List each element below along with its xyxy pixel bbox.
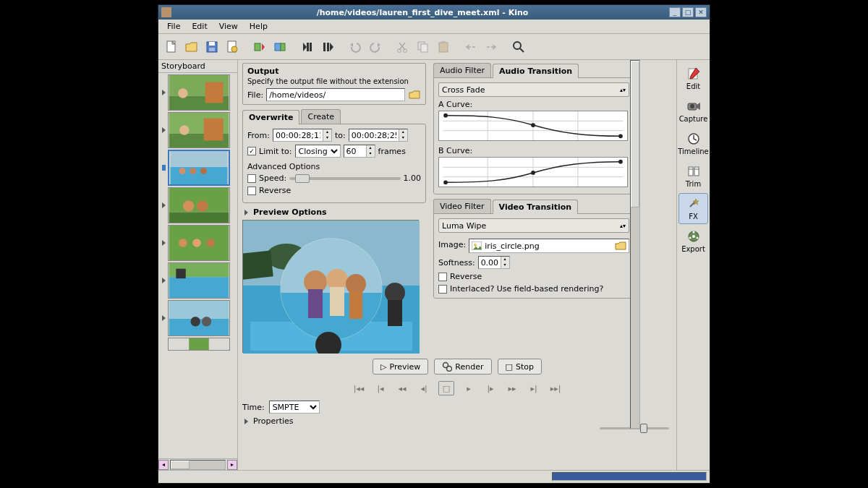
disclosure-icon: [244, 419, 248, 424]
next-clip-button[interactable]: ▸|: [527, 382, 541, 395]
minimize-button[interactable]: _: [669, 7, 681, 17]
menu-help[interactable]: Help: [245, 20, 272, 33]
cut-button[interactable]: [394, 38, 412, 56]
join-right-button[interactable]: [482, 38, 500, 56]
prev-clip-button[interactable]: |◂: [373, 382, 388, 395]
maximize-button[interactable]: □: [682, 7, 694, 17]
reverse-checkbox[interactable]: Reverse: [247, 186, 291, 195]
preview-options-toggle[interactable]: Preview Options: [242, 207, 426, 217]
storyboard-thumb-selected[interactable]: [168, 150, 230, 186]
speed-checkbox[interactable]: Speed:: [247, 174, 286, 183]
storyboard-thumb[interactable]: [168, 74, 230, 111]
to-spinner[interactable]: ▴▾: [349, 129, 408, 142]
rewind-button[interactable]: ◂◂: [395, 382, 409, 395]
zoom-button[interactable]: [510, 38, 527, 56]
center-panel: Output Specify the output file without t…: [238, 60, 676, 470]
disclosure-icon[interactable]: [162, 240, 166, 246]
center-vscrollbar[interactable]: [630, 60, 640, 429]
goto-start-button[interactable]: |◂◂: [352, 382, 366, 395]
storyboard-panel: Storyboard: [158, 60, 238, 470]
insert-after-button[interactable]: [271, 38, 289, 56]
copy-button[interactable]: [414, 38, 432, 56]
mode-capture[interactable]: Capture: [678, 95, 708, 127]
goto-end-button[interactable]: ▸▸|: [548, 382, 563, 395]
toolbar: [158, 34, 710, 60]
limit-frames-spinner[interactable]: ▴▾: [344, 145, 375, 158]
storyboard-thumb[interactable]: [168, 187, 230, 223]
video-reverse-checkbox[interactable]: Reverse: [438, 272, 482, 281]
step-back-button[interactable]: ◂|: [417, 382, 431, 395]
disclosure-icon[interactable]: [162, 90, 166, 95]
from-spinner[interactable]: ▴▾: [273, 129, 332, 142]
svg-rect-6: [255, 43, 260, 51]
open-button[interactable]: [183, 38, 200, 56]
insert-before-button[interactable]: [251, 38, 268, 56]
close-button[interactable]: ✕: [695, 7, 707, 17]
save-button[interactable]: [203, 38, 221, 56]
audio-effect-combo[interactable]: Cross Fade▴▾: [438, 82, 629, 97]
render-button[interactable]: Render: [434, 359, 491, 374]
menu-file[interactable]: File: [163, 20, 184, 33]
speed-slider[interactable]: [289, 177, 400, 180]
storyboard-hscrollbar[interactable]: ◂▸: [158, 458, 237, 470]
mode-fx[interactable]: FX: [678, 193, 708, 224]
tab-create[interactable]: Create: [301, 109, 341, 124]
paste-button[interactable]: [435, 38, 452, 56]
softness-spinner[interactable]: ▴▾: [478, 256, 510, 269]
a-curve[interactable]: [438, 111, 628, 141]
mode-timeline[interactable]: Timeline: [678, 128, 708, 159]
storyboard-thumb[interactable]: [168, 300, 230, 336]
disclosure-icon[interactable]: [162, 278, 166, 283]
audio-filter-tab[interactable]: Audio Filter: [433, 63, 491, 77]
svg-point-81: [531, 171, 535, 175]
split-button[interactable]: [319, 38, 336, 56]
disclosure-icon[interactable]: [162, 315, 166, 321]
append-button[interactable]: [299, 38, 316, 56]
audio-transition-tab[interactable]: Audio Transition: [493, 64, 579, 78]
menubar: File Edit View Help: [158, 20, 710, 34]
step-fwd-button[interactable]: |▸: [483, 382, 498, 395]
menu-edit[interactable]: Edit: [187, 20, 211, 33]
limit-mode-select[interactable]: Closing: [295, 145, 341, 158]
b-curve[interactable]: [438, 157, 628, 187]
titlebar[interactable]: /home/videos/lauren_first_dive_meet.xml …: [158, 5, 710, 20]
svg-rect-17: [439, 43, 448, 52]
tab-overwrite[interactable]: Overwrite: [242, 110, 299, 124]
disclosure-icon[interactable]: [162, 165, 166, 171]
storyboard-thumb[interactable]: [168, 262, 230, 299]
disclosure-icon[interactable]: [162, 127, 166, 133]
interlaced-checkbox[interactable]: Interlaced? Use field-based rendering?: [438, 284, 603, 294]
undo-button[interactable]: [346, 38, 364, 56]
storyboard-thumb[interactable]: [168, 225, 230, 261]
redo-button[interactable]: [367, 38, 384, 56]
transport-stop-button[interactable]: □: [438, 381, 454, 395]
storyboard-thumb[interactable]: [168, 338, 230, 351]
output-panel: Output Specify the output file without t…: [242, 63, 426, 105]
video-filter-tab[interactable]: Video Filter: [433, 199, 491, 213]
disclosure-icon[interactable]: [162, 202, 166, 208]
speed-value: 1.00: [404, 174, 422, 183]
limit-checkbox[interactable]: ✓Limit to:: [247, 147, 292, 156]
image-path-field[interactable]: iris_circle.png: [469, 239, 629, 253]
menu-view[interactable]: View: [215, 20, 242, 33]
browse-file-button[interactable]: [408, 89, 421, 100]
storyboard-thumb[interactable]: [168, 112, 230, 148]
ffwd-button[interactable]: ▸▸: [505, 382, 519, 395]
folder-icon[interactable]: [615, 241, 626, 250]
time-mode-select[interactable]: SMPTE: [269, 401, 320, 414]
stop-button[interactable]: □Stop: [498, 359, 542, 374]
mode-export[interactable]: Export: [678, 226, 708, 257]
new-button[interactable]: [163, 38, 180, 56]
properties-toggle[interactable]: Properties: [242, 416, 672, 426]
video-transition-tab[interactable]: Video Transition: [493, 200, 579, 214]
play-button[interactable]: ▸: [461, 382, 476, 395]
save-as-button[interactable]: [224, 38, 241, 56]
mode-trim[interactable]: Trim: [678, 160, 708, 192]
preview-image: [242, 220, 419, 353]
video-effect-combo[interactable]: Luma Wipe▴▾: [438, 218, 629, 233]
file-input[interactable]: [266, 88, 405, 101]
mode-edit[interactable]: Edit: [678, 63, 708, 94]
preview-button[interactable]: ▷Preview: [373, 359, 428, 374]
storyboard-thumbs[interactable]: [158, 73, 237, 458]
join-left-button[interactable]: [462, 38, 480, 56]
